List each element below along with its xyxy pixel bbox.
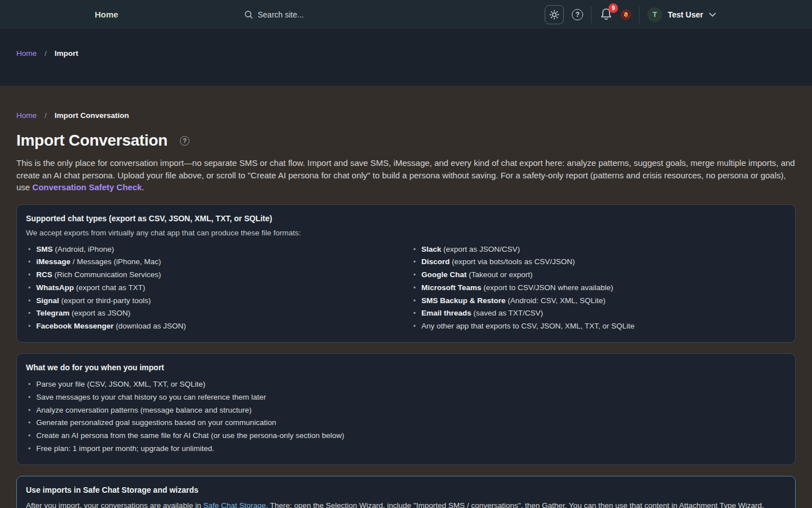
breadcrumb: Home / Import — [16, 49, 812, 58]
list-item: •Telegram (export as JSON) — [26, 307, 401, 320]
sun-icon — [549, 10, 559, 20]
crisis-alert-muted-button[interactable] — [621, 10, 631, 20]
top-navigation-bar: Home ? — [0, 0, 812, 29]
list-item: •Any other app that exports to CSV, JSON… — [411, 320, 786, 333]
list-item: •Slack (export as JSON/CSV) — [411, 243, 786, 256]
list-item: •Analyze conversation patterns (message … — [26, 404, 786, 417]
safe-chat-storage-link[interactable]: Safe Chat Storage — [203, 501, 266, 508]
theme-toggle-button[interactable] — [545, 5, 564, 24]
bullet-dot: • — [26, 308, 30, 320]
bullet-dot: • — [26, 269, 30, 282]
list-item: •Google Chat (Takeout or export) — [411, 269, 786, 282]
supported-types-left-list: •SMS (Android, iPhone) •iMessage / Messa… — [26, 243, 401, 334]
bullet-dot: • — [26, 392, 30, 404]
bullet-dot: • — [26, 282, 30, 295]
search-icon — [244, 10, 253, 19]
main-content: Home / Import Conversation Import Conver… — [0, 86, 812, 508]
bullet-dot: • — [411, 282, 416, 295]
list-item: •Facebook Messenger (download as JSON) — [26, 320, 401, 333]
breadcrumb-home-link[interactable]: Home — [16, 49, 37, 58]
list-item: •Create an AI persona from the same file… — [26, 430, 786, 443]
bullet-dot: • — [26, 295, 30, 308]
bullet-dot: • — [411, 256, 416, 269]
list-item: •SMS Backup & Restore (Android: CSV, XML… — [411, 295, 786, 308]
list-item: •iMessage / Messages (iPhone, Mac) — [26, 256, 401, 269]
breadcrumb-separator: / — [45, 49, 47, 58]
list-item: •Discord (export via bots/tools as CSV/J… — [411, 256, 786, 269]
nav-divider — [591, 6, 592, 23]
hero-breadcrumb-band: Home / Import — [0, 29, 812, 86]
question-mark-icon: ? — [572, 9, 583, 20]
list-item: •SMS (Android, iPhone) — [26, 243, 401, 256]
breadcrumb-current: Import Conversation — [55, 111, 129, 120]
notifications-button[interactable]: 9 — [599, 7, 613, 22]
supported-types-right-list: •Slack (export as JSON/CSV) •Discord (ex… — [411, 243, 786, 334]
list-item: •Free plan: 1 import per month; upgrade … — [26, 443, 786, 456]
bullet-dot: • — [26, 405, 30, 417]
bell-slash-icon — [623, 11, 629, 18]
card-title: Supported chat types (export as CSV, JSO… — [26, 214, 786, 223]
list-item: •Generate personalized goal suggestions … — [26, 417, 786, 430]
what-we-do-card: What we do for you when you import •Pars… — [16, 353, 796, 465]
chevron-down-icon — [709, 12, 716, 17]
nav-home-link[interactable]: Home — [95, 0, 118, 29]
list-item: •Parse your file (CSV, JSON, XML, TXT, o… — [26, 378, 786, 391]
list-item: •Save messages to your chat history so y… — [26, 391, 786, 404]
bullet-dot: • — [411, 295, 416, 308]
nav-actions: ? 9 T Test User — [545, 0, 716, 29]
card-title: Use imports in Safe Chat Storage and wiz… — [26, 485, 786, 494]
user-menu[interactable]: T Test User — [647, 7, 716, 22]
list-item: •Microsoft Teams (export to CSV/JSON whe… — [411, 282, 786, 295]
breadcrumb: Home / Import Conversation — [16, 111, 796, 120]
list-item: •WhatsApp (export chat as TXT) — [26, 282, 401, 295]
nav-divider — [639, 6, 639, 23]
list-item: •RCS (Rich Communication Services) — [26, 269, 401, 282]
bullet-dot: • — [26, 430, 30, 443]
supported-chat-types-card: Supported chat types (export as CSV, JSO… — [16, 204, 796, 343]
card-body-text: After you import, your conversations are… — [26, 501, 784, 508]
bullet-dot: • — [26, 321, 30, 333]
bullet-dot: • — [411, 244, 416, 256]
breadcrumb-current: Import — [55, 49, 78, 58]
bullet-dot: • — [411, 269, 416, 282]
bullet-dot: • — [26, 256, 30, 269]
list-item: •Signal (export or third-party tools) — [26, 295, 401, 308]
user-name: Test User — [668, 10, 703, 19]
bullet-dot: • — [26, 244, 30, 256]
conversation-safety-check-link[interactable]: Conversation Safety Check — [32, 182, 142, 192]
page-help-icon[interactable]: ? — [180, 136, 189, 146]
list-item: •Email threads (saved as TXT/CSV) — [411, 307, 786, 320]
breadcrumb-separator: / — [45, 111, 47, 120]
bullet-dot: • — [26, 379, 30, 391]
safe-chat-storage-card: Use imports in Safe Chat Storage and wiz… — [16, 476, 796, 508]
what-we-do-list: •Parse your file (CSV, JSON, XML, TXT, o… — [26, 378, 786, 456]
card-subtitle: We accept exports from virtually any cha… — [26, 229, 786, 237]
bullet-dot: • — [411, 321, 416, 333]
breadcrumb-home-link[interactable]: Home — [16, 111, 37, 120]
intro-paragraph: This is the only place for conversation … — [16, 157, 796, 194]
notification-count-badge: 9 — [608, 3, 618, 13]
bullet-dot: • — [411, 308, 416, 320]
card-title: What we do for you when you import — [26, 363, 786, 372]
help-button[interactable]: ? — [572, 9, 583, 20]
intro-text-end: . — [142, 182, 144, 192]
bullet-dot: • — [26, 443, 30, 456]
avatar: T — [647, 7, 662, 22]
page-title: Import Conversation — [16, 132, 167, 150]
search-input[interactable] — [258, 10, 427, 19]
site-search[interactable] — [244, 0, 427, 29]
bullet-dot: • — [26, 417, 30, 430]
